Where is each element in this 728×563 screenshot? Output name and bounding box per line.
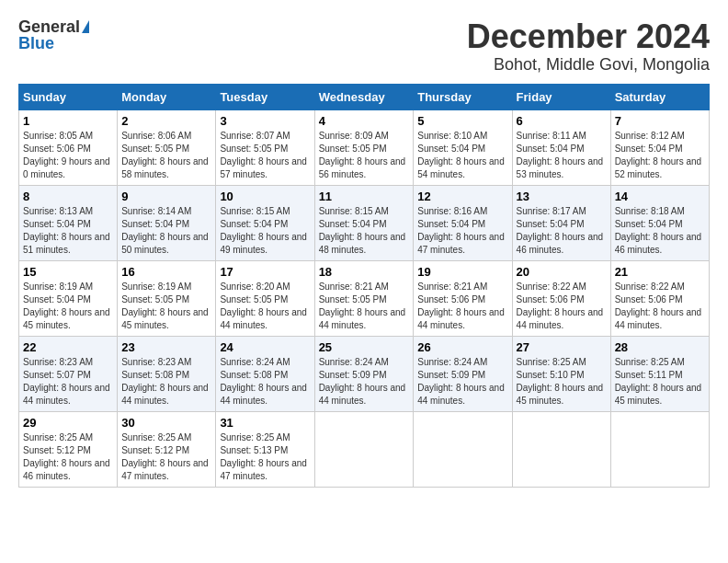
day-number: 6 bbox=[517, 114, 607, 128]
calendar-cell: 9Sunrise: 8:14 AMSunset: 5:04 PMDaylight… bbox=[118, 185, 216, 260]
calendar-cell: 3Sunrise: 8:07 AMSunset: 5:05 PMDaylight… bbox=[216, 109, 314, 185]
day-info: Sunrise: 8:12 AMSunset: 5:04 PMDaylight:… bbox=[615, 130, 705, 181]
day-number: 19 bbox=[417, 265, 507, 279]
calendar-cell: 26Sunrise: 8:24 AMSunset: 5:09 PMDayligh… bbox=[414, 336, 512, 411]
day-number: 24 bbox=[220, 340, 310, 354]
day-info: Sunrise: 8:25 AMSunset: 5:10 PMDaylight:… bbox=[517, 356, 607, 408]
calendar-cell: 7Sunrise: 8:12 AMSunset: 5:04 PMDaylight… bbox=[610, 109, 709, 185]
day-number: 7 bbox=[615, 114, 705, 128]
day-number: 8 bbox=[23, 190, 113, 203]
day-number: 15 bbox=[23, 265, 113, 279]
calendar-cell: 31Sunrise: 8:25 AMSunset: 5:13 PMDayligh… bbox=[216, 411, 314, 487]
day-number: 9 bbox=[121, 190, 211, 203]
day-info: Sunrise: 8:24 AMSunset: 5:08 PMDaylight:… bbox=[220, 356, 310, 408]
day-info: Sunrise: 8:22 AMSunset: 5:06 PMDaylight:… bbox=[517, 281, 607, 332]
day-number: 13 bbox=[517, 190, 607, 203]
calendar-cell: 12Sunrise: 8:16 AMSunset: 5:04 PMDayligh… bbox=[414, 185, 512, 260]
day-info: Sunrise: 8:25 AMSunset: 5:13 PMDaylight:… bbox=[220, 431, 310, 483]
day-number: 22 bbox=[23, 340, 113, 354]
calendar-cell: 21Sunrise: 8:22 AMSunset: 5:06 PMDayligh… bbox=[610, 260, 709, 336]
day-number: 3 bbox=[220, 114, 310, 128]
day-info: Sunrise: 8:15 AMSunset: 5:04 PMDaylight:… bbox=[319, 205, 410, 257]
day-number: 14 bbox=[615, 190, 705, 203]
day-number: 28 bbox=[615, 340, 705, 354]
calendar-cell: 17Sunrise: 8:20 AMSunset: 5:05 PMDayligh… bbox=[216, 260, 314, 336]
day-number: 29 bbox=[23, 416, 113, 430]
calendar-cell: 10Sunrise: 8:15 AMSunset: 5:04 PMDayligh… bbox=[216, 185, 314, 260]
calendar-cell: 11Sunrise: 8:15 AMSunset: 5:04 PMDayligh… bbox=[314, 185, 414, 260]
day-info: Sunrise: 8:10 AMSunset: 5:04 PMDaylight:… bbox=[417, 130, 507, 181]
day-info: Sunrise: 8:07 AMSunset: 5:05 PMDaylight:… bbox=[220, 130, 310, 181]
day-info: Sunrise: 8:09 AMSunset: 5:05 PMDaylight:… bbox=[319, 130, 410, 181]
day-info: Sunrise: 8:19 AMSunset: 5:05 PMDaylight:… bbox=[121, 281, 211, 332]
header: General Blue December 2024 Bohot, Middle… bbox=[18, 18, 710, 75]
logo-general: General bbox=[18, 18, 80, 35]
calendar-cell: 22Sunrise: 8:23 AMSunset: 5:07 PMDayligh… bbox=[19, 336, 118, 411]
calendar-week-3: 15Sunrise: 8:19 AMSunset: 5:04 PMDayligh… bbox=[19, 260, 710, 336]
calendar-cell: 27Sunrise: 8:25 AMSunset: 5:10 PMDayligh… bbox=[512, 336, 610, 411]
calendar-cell: 28Sunrise: 8:25 AMSunset: 5:11 PMDayligh… bbox=[610, 336, 709, 411]
day-info: Sunrise: 8:16 AMSunset: 5:04 PMDaylight:… bbox=[417, 205, 507, 257]
day-info: Sunrise: 8:15 AMSunset: 5:04 PMDaylight:… bbox=[220, 205, 310, 257]
calendar-week-1: 1Sunrise: 8:05 AMSunset: 5:06 PMDaylight… bbox=[19, 109, 710, 185]
day-info: Sunrise: 8:18 AMSunset: 5:04 PMDaylight:… bbox=[615, 205, 705, 257]
col-sunday: Sunday bbox=[19, 84, 118, 109]
day-info: Sunrise: 8:25 AMSunset: 5:12 PMDaylight:… bbox=[23, 431, 113, 483]
day-number: 10 bbox=[220, 190, 310, 203]
day-info: Sunrise: 8:23 AMSunset: 5:08 PMDaylight:… bbox=[121, 356, 211, 408]
day-number: 2 bbox=[121, 114, 211, 128]
calendar-cell: 24Sunrise: 8:24 AMSunset: 5:08 PMDayligh… bbox=[216, 336, 314, 411]
col-wednesday: Wednesday bbox=[314, 84, 414, 109]
day-info: Sunrise: 8:24 AMSunset: 5:09 PMDaylight:… bbox=[417, 356, 507, 408]
calendar-title: December 2024 bbox=[467, 18, 710, 55]
logo-triangle-icon bbox=[82, 20, 89, 33]
calendar-cell: 15Sunrise: 8:19 AMSunset: 5:04 PMDayligh… bbox=[19, 260, 118, 336]
calendar-cell: 29Sunrise: 8:25 AMSunset: 5:12 PMDayligh… bbox=[19, 411, 118, 487]
calendar-subtitle: Bohot, Middle Govi, Mongolia bbox=[467, 55, 710, 75]
day-number: 4 bbox=[319, 114, 410, 128]
logo-blue: Blue bbox=[18, 35, 54, 52]
day-info: Sunrise: 8:20 AMSunset: 5:05 PMDaylight:… bbox=[220, 281, 310, 332]
day-info: Sunrise: 8:17 AMSunset: 5:04 PMDaylight:… bbox=[517, 205, 607, 257]
day-info: Sunrise: 8:22 AMSunset: 5:06 PMDaylight:… bbox=[615, 281, 705, 332]
day-number: 5 bbox=[417, 114, 507, 128]
day-number: 30 bbox=[121, 416, 211, 430]
calendar-cell: 16Sunrise: 8:19 AMSunset: 5:05 PMDayligh… bbox=[118, 260, 216, 336]
calendar-cell: 25Sunrise: 8:24 AMSunset: 5:09 PMDayligh… bbox=[314, 336, 414, 411]
day-number: 1 bbox=[23, 114, 113, 128]
day-number: 20 bbox=[517, 265, 607, 279]
col-thursday: Thursday bbox=[414, 84, 512, 109]
calendar-cell: 2Sunrise: 8:06 AMSunset: 5:05 PMDaylight… bbox=[118, 109, 216, 185]
day-info: Sunrise: 8:21 AMSunset: 5:05 PMDaylight:… bbox=[319, 281, 410, 332]
calendar-cell bbox=[610, 411, 709, 487]
calendar-cell: 20Sunrise: 8:22 AMSunset: 5:06 PMDayligh… bbox=[512, 260, 610, 336]
col-tuesday: Tuesday bbox=[216, 84, 314, 109]
calendar-cell: 30Sunrise: 8:25 AMSunset: 5:12 PMDayligh… bbox=[118, 411, 216, 487]
day-info: Sunrise: 8:25 AMSunset: 5:11 PMDaylight:… bbox=[615, 356, 705, 408]
day-info: Sunrise: 8:11 AMSunset: 5:04 PMDaylight:… bbox=[517, 130, 607, 181]
calendar-cell: 13Sunrise: 8:17 AMSunset: 5:04 PMDayligh… bbox=[512, 185, 610, 260]
day-info: Sunrise: 8:19 AMSunset: 5:04 PMDaylight:… bbox=[23, 281, 113, 332]
calendar-cell: 18Sunrise: 8:21 AMSunset: 5:05 PMDayligh… bbox=[314, 260, 414, 336]
col-monday: Monday bbox=[118, 84, 216, 109]
day-number: 18 bbox=[319, 265, 410, 279]
calendar-cell: 14Sunrise: 8:18 AMSunset: 5:04 PMDayligh… bbox=[610, 185, 709, 260]
day-info: Sunrise: 8:25 AMSunset: 5:12 PMDaylight:… bbox=[121, 431, 211, 483]
calendar-week-5: 29Sunrise: 8:25 AMSunset: 5:12 PMDayligh… bbox=[19, 411, 710, 487]
calendar-cell bbox=[512, 411, 610, 487]
day-info: Sunrise: 8:23 AMSunset: 5:07 PMDaylight:… bbox=[23, 356, 113, 408]
calendar-cell: 19Sunrise: 8:21 AMSunset: 5:06 PMDayligh… bbox=[414, 260, 512, 336]
day-number: 31 bbox=[220, 416, 310, 430]
day-number: 27 bbox=[517, 340, 607, 354]
day-number: 16 bbox=[121, 265, 211, 279]
day-info: Sunrise: 8:05 AMSunset: 5:06 PMDaylight:… bbox=[23, 130, 113, 181]
day-number: 23 bbox=[121, 340, 211, 354]
calendar-cell: 5Sunrise: 8:10 AMSunset: 5:04 PMDaylight… bbox=[414, 109, 512, 185]
day-number: 17 bbox=[220, 265, 310, 279]
day-info: Sunrise: 8:24 AMSunset: 5:09 PMDaylight:… bbox=[319, 356, 410, 408]
day-info: Sunrise: 8:06 AMSunset: 5:05 PMDaylight:… bbox=[121, 130, 211, 181]
day-info: Sunrise: 8:14 AMSunset: 5:04 PMDaylight:… bbox=[121, 205, 211, 257]
day-number: 12 bbox=[417, 190, 507, 203]
header-row: Sunday Monday Tuesday Wednesday Thursday… bbox=[19, 84, 710, 109]
calendar-cell: 4Sunrise: 8:09 AMSunset: 5:05 PMDaylight… bbox=[314, 109, 414, 185]
